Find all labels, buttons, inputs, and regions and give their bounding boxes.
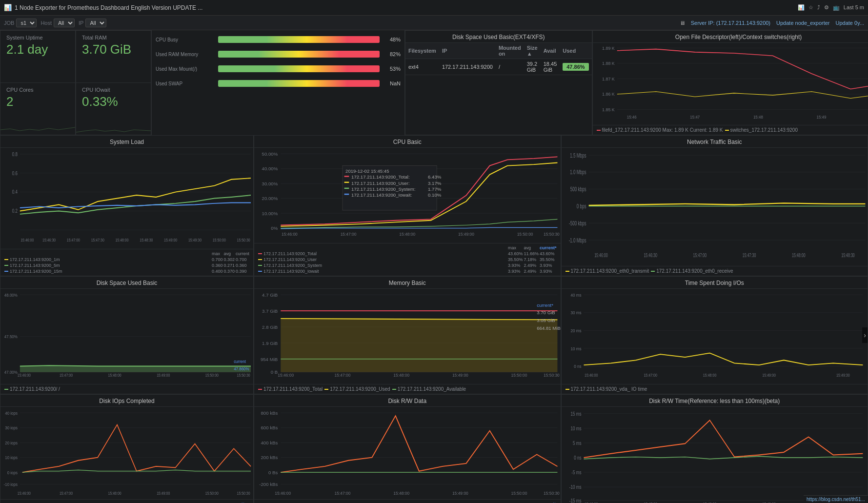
cpu-current-header: current*	[540, 245, 557, 250]
cpu-dot3	[258, 265, 262, 266]
cpu-busy-percent: 48%	[384, 37, 401, 42]
used-swap-label: Used SWAP	[156, 81, 214, 86]
cpu-label3: 172.17.211.143:9200_System	[263, 263, 322, 268]
disk-space-basic-panel: Disk Space Used Basic 48.00% 47.50% 47.0…	[0, 276, 254, 394]
svg-text:15:47:00: 15:47:00	[341, 232, 357, 237]
cpu-cores-card: CPU Cores 2	[0, 82, 76, 135]
io-time-chart: 40 ms 30 ms 20 ms 10 ms 0 ns 15:46:00 15…	[562, 289, 868, 384]
sl-label2: 172.17.211.143:9200_5m	[10, 263, 60, 268]
svg-text:0 B: 0 B	[271, 369, 278, 375]
ip-select[interactable]: All	[85, 19, 106, 27]
update-node-link[interactable]: Update node_exporter	[776, 20, 829, 26]
svg-text:15:46:00: 15:46:00	[18, 373, 31, 378]
fd-legend-item2: switches_172.17.211.143:9200	[725, 127, 798, 133]
svg-text:15:48:00: 15:48:00	[393, 373, 409, 378]
svg-text:15:47:00: 15:47:00	[335, 373, 351, 378]
server-ip-link[interactable]: Server IP: (172.17.211.143:9200)	[691, 20, 770, 26]
disk-rw-title: Disk R/W Data	[254, 395, 561, 407]
system-load-legend: max avg current 172.17.211.143:9200_1m 0…	[0, 249, 253, 276]
disk-space-basic-svg: 48.00% 47.50% 47.00% 15:46:00 15:47:00 1…	[0, 289, 253, 384]
svg-text:15:47:00: 15:47:00	[335, 491, 351, 496]
svg-text:10 iops: 10 iops	[5, 455, 18, 461]
settings-icon[interactable]: ⚙	[824, 4, 829, 11]
svg-text:15:47:00: 15:47:00	[693, 253, 707, 259]
svg-text:15:47: 15:47	[690, 115, 700, 120]
sl-current-header: current	[236, 251, 249, 256]
host-label: Host	[40, 20, 52, 26]
open-fd-chart-area: 1.89 K 1.88 K 1.87 K 1.86 K 1.85 K 15:46…	[593, 43, 868, 125]
disk-rw-time-title: Disk R/W Time(Reference: less than 100ms…	[562, 395, 868, 407]
used-swap-bar	[218, 80, 380, 87]
svg-text:15:49:00: 15:49:00	[452, 373, 468, 378]
svg-text:4.7 GiB: 4.7 GiB	[262, 292, 278, 298]
cpu-basic-svg: 50.00% 40.00% 30.00% 20.00% 10.00% 0%	[254, 148, 561, 243]
svg-marker-110	[281, 319, 557, 372]
cpu-cur2: 35.50%	[540, 257, 557, 262]
cpu-avg2: 7.18%	[524, 257, 539, 262]
cell-used: 47.86%	[560, 59, 591, 75]
right-arrow[interactable]: ›	[862, 327, 868, 343]
svg-text:47.00%: 47.00%	[4, 370, 18, 375]
svg-text:40 iops: 40 iops	[5, 410, 18, 416]
system-load-svg: 0.8 0.6 0.4 0.2 15:46:00 15:46:30 15:47:…	[0, 148, 253, 249]
io-time-legend: 172.17.211.143:9200_vda_ IO time	[562, 384, 868, 394]
svg-text:0.6: 0.6	[12, 171, 18, 176]
cpu-cur3: 3.93%	[540, 263, 557, 268]
svg-text:15:50:30: 15:50:30	[237, 491, 251, 496]
disk-space-basic-legend: 172.17.211.143:9200/ /	[0, 384, 253, 394]
svg-text:40.00%: 40.00%	[262, 166, 278, 171]
col-used: Used	[560, 43, 591, 59]
svg-text:400 kBs: 400 kBs	[261, 440, 278, 445]
cpu-dot2	[258, 259, 262, 260]
svg-text:47.50%: 47.50%	[4, 334, 18, 339]
svg-text:15:49:30: 15:49:30	[188, 238, 202, 242]
host-select[interactable]: All	[54, 19, 75, 27]
star-icon[interactable]: ☆	[808, 4, 813, 11]
disk-space-table-panel: Disk Space Used Basic(EXT4/XFS) Filesyst…	[405, 30, 592, 135]
table-row: ext4 172.17.211.143:9200 / 39.2 GiB 18.4…	[405, 59, 592, 75]
used-swap-gauge: Used SWAP NaN	[156, 80, 401, 87]
svg-text:-15 ms: -15 ms	[569, 498, 581, 503]
io-time-svg: 40 ms 30 ms 20 ms 10 ms 0 ns 15:46:00 15…	[562, 289, 868, 384]
svg-text:15:50:00: 15:50:00	[511, 373, 527, 378]
fd-dot2	[725, 130, 729, 131]
cpu-cur4: 3.93%	[540, 269, 557, 274]
stat-cards-column: System Uptime 2.1 day CPU Cores 2	[0, 30, 76, 135]
used-ram-percent: 82%	[384, 51, 401, 57]
svg-text:600 kBs: 600 kBs	[261, 425, 278, 430]
update-date-link[interactable]: Update 0y...	[836, 20, 865, 26]
svg-text:15:46:00: 15:46:00	[278, 373, 294, 378]
used-swap-bar-container	[218, 80, 380, 87]
svg-marker-89	[20, 366, 251, 372]
svg-text:15:50:00: 15:50:00	[205, 373, 219, 378]
svg-text:15:50:30: 15:50:30	[544, 491, 560, 496]
disk-iops-chart: 40 iops 30 iops 20 iops 10 iops 0 iops -…	[0, 407, 253, 499]
svg-text:40 ms: 40 ms	[570, 292, 581, 298]
tv-icon[interactable]: 📺	[833, 4, 840, 11]
used-ram-label: Used RAM Memory	[156, 52, 214, 57]
cpu-dot4	[258, 271, 262, 272]
disk-space-basic-chart: 48.00% 47.50% 47.00% 15:46:00 15:47:00 1…	[0, 289, 253, 384]
svg-text:20.00%: 20.00%	[262, 196, 278, 201]
chart-icon[interactable]: 📊	[798, 4, 805, 11]
col-size: Size ▲	[524, 43, 541, 59]
svg-text:15:49:00: 15:49:00	[164, 238, 178, 242]
svg-text:0.10%: 0.10%	[428, 192, 442, 198]
dsb-item1: 172.17.211.143:9200/ /	[4, 386, 60, 392]
svg-text:1.86 K: 1.86 K	[602, 92, 615, 97]
url-bar: https://blog.csdn.net/th51...	[804, 495, 868, 503]
cell-ip: 172.17.211.143:9200	[439, 59, 496, 75]
share-icon[interactable]: ⤴	[817, 4, 820, 11]
url-text: https://blog.csdn.net/th51...	[807, 497, 865, 502]
svg-text:0.8: 0.8	[12, 152, 18, 157]
network-traffic-title: Network Traffic Basic	[562, 136, 868, 148]
network-legend: 172.17.211.143:9200_eth0_transmit 172.17…	[562, 266, 868, 276]
svg-text:30.00%: 30.00%	[262, 181, 278, 186]
job-select[interactable]: s1	[16, 19, 37, 27]
svg-text:15:48:00: 15:48:00	[115, 238, 129, 242]
sl-cur3: 0.390	[236, 269, 249, 274]
svg-text:172.17.211.143:9200_System:: 172.17.211.143:9200_System:	[351, 186, 415, 192]
svg-text:15:50:30: 15:50:30	[544, 232, 560, 237]
used-max-mount-bar	[218, 65, 380, 72]
svg-text:15:49:00: 15:49:00	[157, 491, 170, 496]
